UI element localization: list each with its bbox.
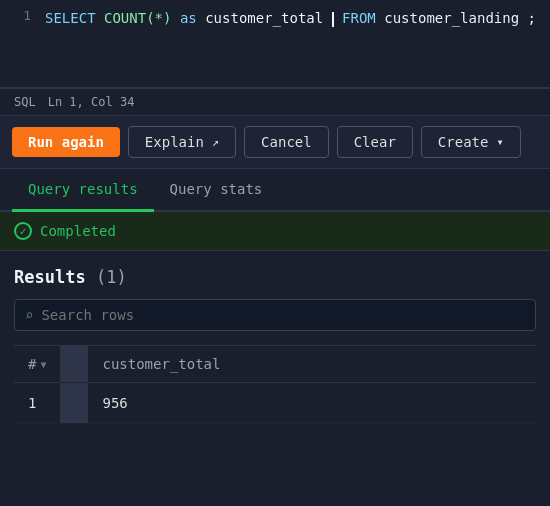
cursor xyxy=(332,12,334,27)
semicolon: ; xyxy=(528,10,536,26)
code-editor[interactable]: 1 SELECT COUNT(*) as customer_total FROM… xyxy=(0,0,550,88)
line-number: 1 xyxy=(0,8,45,23)
results-section: Results (1) ⌕ # ▼ customer_total xyxy=(0,251,550,434)
row-number-cell: 1 xyxy=(14,383,60,424)
clear-button[interactable]: Clear xyxy=(337,126,413,158)
explain-button[interactable]: Explain ↗ xyxy=(128,126,236,158)
cursor-position: Ln 1, Col 34 xyxy=(48,95,135,109)
search-box[interactable]: ⌕ xyxy=(14,299,536,331)
sort-icon[interactable]: ▼ xyxy=(40,359,46,370)
create-label: Create xyxy=(438,134,489,150)
code-line-content: SELECT COUNT(*) as customer_total FROM c… xyxy=(45,8,546,29)
completion-status-banner: ✓ Completed xyxy=(0,212,550,251)
table-row: 1 956 xyxy=(14,383,536,424)
editor-empty-space[interactable] xyxy=(0,37,550,87)
explain-label: Explain xyxy=(145,134,204,150)
cancel-button[interactable]: Cancel xyxy=(244,126,329,158)
run-again-button[interactable]: Run again xyxy=(12,127,120,157)
tab-query-stats[interactable]: Query stats xyxy=(154,169,279,212)
tabs-bar: Query results Query stats xyxy=(0,169,550,212)
column-divider xyxy=(60,346,88,383)
status-bar: SQL Ln 1, Col 34 xyxy=(0,88,550,116)
col-header-customer-total[interactable]: customer_total xyxy=(88,346,536,383)
keyword-as: as xyxy=(180,10,197,26)
search-icon: ⌕ xyxy=(25,307,33,323)
results-table: # ▼ customer_total 1 956 xyxy=(14,345,536,424)
keyword-from: FROM xyxy=(342,10,376,26)
search-rows-input[interactable] xyxy=(41,307,525,323)
alias: customer_total xyxy=(205,10,323,26)
chevron-down-icon: ▾ xyxy=(496,135,503,149)
status-text: Completed xyxy=(40,223,116,239)
keyword-select: SELECT xyxy=(45,10,96,26)
col-header-row-num: # ▼ xyxy=(14,346,60,383)
function-count: COUNT(*) xyxy=(104,10,171,26)
customer-total-cell: 956 xyxy=(88,383,536,424)
table-name: customer_landing xyxy=(384,10,519,26)
external-link-icon: ↗ xyxy=(212,135,219,149)
results-count: (1) xyxy=(96,267,127,287)
check-circle-icon: ✓ xyxy=(14,222,32,240)
tab-query-results[interactable]: Query results xyxy=(12,169,154,212)
toolbar: Run again Explain ↗ Cancel Clear Create … xyxy=(0,116,550,169)
create-button[interactable]: Create ▾ xyxy=(421,126,521,158)
results-title: Results (1) xyxy=(14,267,536,287)
language-label: SQL xyxy=(14,95,36,109)
row-divider xyxy=(60,383,88,424)
table-header-row: # ▼ customer_total xyxy=(14,346,536,383)
